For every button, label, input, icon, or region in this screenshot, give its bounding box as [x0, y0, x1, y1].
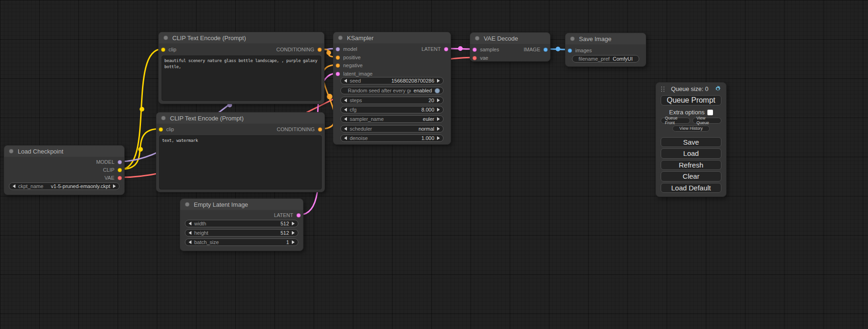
decrement-arrow-icon[interactable]: [189, 222, 191, 225]
node-title-bar[interactable]: VAE Decode: [470, 33, 550, 44]
widget-ckpt-name[interactable]: ckpt_name v1-5-pruned-emaonly.ckpt: [9, 182, 120, 190]
node-load-checkpoint[interactable]: Load Checkpoint MODEL CLIP VAE ckpt_name…: [4, 145, 125, 195]
node-title-bar[interactable]: Load Checkpoint: [4, 146, 124, 157]
node-title-bar[interactable]: KSampler: [333, 32, 451, 43]
node-ksampler[interactable]: KSampler model positive negative latent_…: [333, 32, 451, 145]
decrement-arrow-icon[interactable]: [344, 127, 347, 131]
image-port-dot[interactable]: [568, 49, 572, 53]
port-label: CLIP: [103, 167, 114, 173]
decrement-arrow-icon[interactable]: [344, 117, 347, 121]
port-label: latent_image: [343, 71, 373, 77]
queue-front-button[interactable]: Queue Front: [661, 118, 690, 124]
widget-filename-prefix[interactable]: filename_prefix ComfyUI: [572, 55, 639, 63]
settings-gear-icon[interactable]: [714, 85, 721, 92]
input-port-clip[interactable]: clip: [161, 46, 176, 53]
input-port-vae[interactable]: vae: [473, 54, 488, 62]
node-clip-text-encode-positive[interactable]: CLIP Text Encode (Prompt) clip CONDITION…: [158, 32, 325, 104]
increment-arrow-icon[interactable]: [292, 222, 295, 225]
increment-arrow-icon[interactable]: [292, 240, 295, 244]
increment-arrow-icon[interactable]: [437, 79, 440, 83]
decrement-arrow-icon[interactable]: [344, 108, 347, 112]
node-title-bar[interactable]: Save Image: [565, 33, 646, 44]
increment-arrow-icon[interactable]: [292, 231, 295, 235]
node-clip-text-encode-negative[interactable]: CLIP Text Encode (Prompt) clip CONDITION…: [156, 112, 325, 192]
load-default-button[interactable]: Load Default: [661, 183, 721, 193]
vae-port-dot[interactable]: [473, 56, 477, 60]
load-button[interactable]: Load: [661, 148, 721, 159]
model-port-dot[interactable]: [336, 47, 340, 51]
drag-handle-icon[interactable]: [661, 86, 665, 92]
clip-port-dot[interactable]: [161, 48, 165, 52]
graph-canvas[interactable]: Load Checkpoint MODEL CLIP VAE ckpt_name…: [0, 0, 868, 329]
input-port-positive[interactable]: positive: [336, 54, 360, 61]
widget-sampler-name[interactable]: sampler_name euler: [340, 115, 444, 123]
decrement-arrow-icon[interactable]: [344, 98, 347, 102]
view-history-button[interactable]: View History: [672, 126, 710, 132]
clip-port-dot[interactable]: [159, 127, 163, 132]
clip-port-dot[interactable]: [118, 168, 122, 172]
widget-scheduler[interactable]: scheduler normal: [340, 125, 444, 133]
extra-options-checkbox[interactable]: [707, 110, 713, 115]
output-port-image[interactable]: IMAGE: [524, 46, 548, 53]
node-title-bar[interactable]: Empty Latent Image: [180, 199, 303, 210]
widget-seed[interactable]: seed 156680208700286: [340, 77, 444, 84]
node-title-bar[interactable]: CLIP Text Encode (Prompt): [156, 112, 325, 124]
node-vae-decode[interactable]: VAE Decode samples vae IMAGE: [470, 32, 550, 62]
conditioning-port-dot[interactable]: [318, 48, 322, 52]
decrement-arrow-icon[interactable]: [189, 240, 191, 244]
output-port-model[interactable]: MODEL: [96, 158, 122, 166]
conditioning-port-dot[interactable]: [336, 56, 340, 60]
input-port-model[interactable]: model: [336, 45, 357, 53]
decrement-arrow-icon[interactable]: [344, 79, 347, 83]
refresh-button[interactable]: Refresh: [661, 160, 721, 170]
vae-port-dot[interactable]: [118, 176, 122, 180]
input-port-clip[interactable]: clip: [159, 126, 174, 133]
output-port-vae[interactable]: VAE: [105, 174, 122, 182]
output-port-latent[interactable]: LATENT: [422, 45, 448, 53]
widget-cfg[interactable]: cfg 8.000: [340, 106, 444, 113]
latent-port-dot[interactable]: [444, 47, 448, 51]
clear-button[interactable]: Clear: [661, 171, 721, 182]
decrement-arrow-icon[interactable]: [189, 231, 191, 235]
decrement-arrow-icon[interactable]: [13, 184, 15, 188]
output-port-conditioning[interactable]: CONDITIONING: [277, 126, 322, 133]
output-port-latent[interactable]: LATENT: [274, 211, 301, 219]
decrement-arrow-icon[interactable]: [344, 136, 347, 140]
increment-arrow-icon[interactable]: [437, 98, 440, 102]
widget-label: cfg: [350, 107, 357, 112]
queue-prompt-button[interactable]: Queue Prompt: [661, 95, 721, 105]
widget-height[interactable]: height 512: [185, 229, 298, 237]
prompt-text-input[interactable]: text, watermark: [159, 135, 322, 189]
view-queue-button[interactable]: View Queue: [692, 118, 722, 124]
output-port-clip[interactable]: CLIP: [103, 166, 122, 174]
widget-width[interactable]: width 512: [185, 220, 298, 227]
widget-batch-size[interactable]: batch_size 1: [185, 238, 298, 246]
input-port-images[interactable]: images: [568, 47, 592, 54]
widget-random-seed[interactable]: Random seed after every gen enabled: [340, 87, 444, 94]
widget-steps[interactable]: steps 20: [340, 97, 444, 104]
latent-port-dot[interactable]: [296, 213, 301, 217]
model-port-dot[interactable]: [118, 160, 122, 164]
latent-port-dot[interactable]: [473, 48, 477, 52]
input-port-negative[interactable]: negative: [336, 62, 363, 69]
random-seed-toggle-icon[interactable]: [435, 88, 440, 93]
input-port-samples[interactable]: samples: [473, 46, 499, 53]
widget-denoise[interactable]: denoise 1.000: [340, 134, 444, 142]
increment-arrow-icon[interactable]: [437, 136, 440, 140]
port-label: images: [575, 48, 592, 53]
increment-arrow-icon[interactable]: [437, 127, 440, 131]
prompt-text-input[interactable]: beautiful scenery nature glass bottle la…: [162, 56, 321, 101]
conditioning-port-dot[interactable]: [336, 63, 340, 68]
image-port-dot[interactable]: [543, 48, 548, 52]
increment-arrow-icon[interactable]: [437, 108, 440, 112]
output-port-conditioning[interactable]: CONDITIONING: [276, 46, 322, 53]
increment-arrow-icon[interactable]: [113, 184, 116, 188]
node-empty-latent-image[interactable]: Empty Latent Image LATENT width 512 heig…: [180, 198, 303, 251]
latent-port-dot[interactable]: [336, 72, 340, 76]
save-button[interactable]: Save: [661, 137, 721, 147]
conditioning-port-dot[interactable]: [318, 127, 322, 132]
increment-arrow-icon[interactable]: [437, 117, 440, 121]
node-title-bar[interactable]: CLIP Text Encode (Prompt): [159, 32, 324, 43]
input-port-latent-image[interactable]: latent_image: [336, 70, 373, 77]
node-save-image[interactable]: Save Image images filename_prefix ComfyU…: [565, 33, 646, 67]
